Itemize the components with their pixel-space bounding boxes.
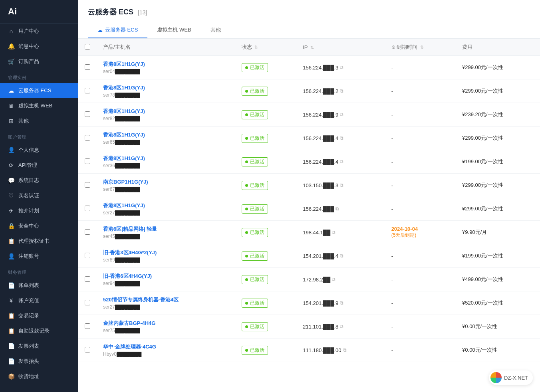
status-badge: 已激活 — [242, 181, 268, 190]
row-checkbox[interactable] — [85, 182, 90, 188]
product-name[interactable]: 旧-香港6区4H4G(YJ) — [103, 273, 229, 280]
cost-value: ¥0.00元/一次性 — [462, 347, 497, 353]
desktop-icon: 🖥 — [8, 103, 14, 109]
ip-text: 211.101.███.8 — [303, 324, 338, 330]
copy-icon[interactable]: ⧉ — [332, 277, 336, 282]
tab-ecs-label: 云服务器 ECS — [105, 26, 138, 34]
sidebar-label-refund: 自助退款记录 — [18, 327, 50, 335]
copy-icon[interactable]: ⧉ — [340, 88, 343, 94]
row-checkbox[interactable] — [85, 229, 90, 235]
sidebar-item-refund[interactable]: 📋 自助退款记录 — [0, 323, 78, 339]
ip-value: 154.201.███.4 ⧉ — [303, 253, 378, 259]
sidebar-item-web[interactable]: 🖥 虚拟主机 WEB — [0, 98, 78, 113]
row-product-cell: 香港8区1H1G(YJ) ser65████████ — [97, 127, 235, 150]
row-checkbox[interactable] — [85, 88, 90, 93]
refund-icon: 📋 — [8, 328, 14, 334]
row-checkbox[interactable] — [85, 253, 90, 258]
sidebar-item-recharge[interactable]: ¥ 账户充值 — [0, 293, 78, 308]
sidebar-item-profile[interactable]: 👤 个人信息 — [0, 143, 78, 158]
product-name[interactable]: 520情侣节专属终身机器-香港4区 — [103, 296, 229, 303]
sidebar-item-security[interactable]: 🔒 安全中心 — [0, 218, 78, 234]
row-checkbox[interactable] — [85, 158, 90, 164]
product-name[interactable]: 香港8区1H1G(YJ) — [103, 108, 229, 115]
status-badge: 已激活 — [242, 346, 268, 355]
sidebar-item-message-center[interactable]: 🔔 消息中心 — [0, 39, 78, 54]
product-id: ser36████████ — [103, 163, 229, 168]
row-cost-cell: ¥9.90元/月 — [456, 221, 540, 244]
sidebar-label-order-product: 订购产品 — [18, 58, 39, 65]
sidebar-item-delegate[interactable]: 📋 代理授权证书 — [0, 234, 78, 249]
copy-icon[interactable]: ⧉ — [340, 135, 343, 141]
sidebar-item-other[interactable]: ⊞ 其他 — [0, 113, 78, 129]
sidebar-item-syslog[interactable]: 💬 系统日志 — [0, 173, 78, 188]
sidebar-item-user-center[interactable]: ⌂ 用户中心 — [0, 24, 78, 39]
product-name[interactable]: 旧-香港3区4H4G*2(YJ) — [103, 249, 229, 256]
row-checkbox[interactable] — [85, 323, 90, 329]
product-name[interactable]: 香港8区1H1G(YJ) — [103, 155, 229, 162]
sidebar-item-invoice-header[interactable]: 📄 发票抬头 — [0, 354, 78, 369]
product-name[interactable]: 华中·金牌处理器-4C4G — [103, 343, 229, 350]
status-badge: 已激活 — [242, 110, 268, 119]
ip-text: 111.180.███.00 — [303, 347, 341, 353]
row-checkbox[interactable] — [85, 206, 90, 211]
product-name[interactable]: 金牌内蒙古BGP-4H4G — [103, 320, 229, 327]
sidebar-item-invoice-list[interactable]: 📄 发票列表 — [0, 339, 78, 354]
product-name[interactable]: 香港8区1H1G(YJ) — [103, 84, 229, 91]
row-status-cell: 已激活 — [235, 221, 297, 244]
product-id: ser65████████ — [103, 139, 229, 145]
watermark-text: DZ-X.NET — [504, 375, 528, 381]
copy-icon[interactable]: ⧉ — [336, 206, 339, 212]
product-id: ser78████████ — [103, 92, 229, 98]
header-status: 状态 ⇅ — [235, 39, 297, 56]
copy-icon[interactable]: ⧉ — [343, 347, 347, 353]
cost-value: ¥299.00元/一次性 — [462, 88, 503, 94]
tab-other[interactable]: 其他 — [201, 22, 230, 38]
table-row: 旧-香港3区4H4G*2(YJ) ser89████████ 已激活 154.2… — [78, 244, 540, 268]
sidebar-item-api[interactable]: ⟳ API管理 — [0, 158, 78, 173]
tab-ecs[interactable]: ☁ 云服务器 ECS — [88, 22, 147, 38]
row-checkbox[interactable] — [85, 135, 90, 141]
recharge-icon: ¥ — [8, 297, 14, 304]
ip-text: 156.224.███.4 — [303, 159, 338, 165]
product-name[interactable]: 香港8区1H1G(YJ) — [103, 202, 229, 209]
row-checkbox[interactable] — [85, 111, 90, 117]
row-ip-cell: 156.224.███.3 ⧉ — [296, 56, 385, 79]
copy-icon[interactable]: ⧉ — [340, 300, 343, 306]
copy-icon[interactable]: ⧉ — [340, 65, 343, 70]
status-badge: 已激活 — [242, 228, 268, 237]
deregister-icon: 👤 — [8, 253, 14, 259]
tab-web[interactable]: 虚拟主机 WEB — [147, 22, 201, 38]
row-checkbox[interactable] — [85, 64, 90, 70]
row-product-cell: 华中·金牌处理器-4C4G Hbyv0████████ — [97, 339, 235, 362]
copy-icon[interactable]: ⧉ — [340, 182, 343, 188]
copy-icon[interactable]: ⧉ — [332, 230, 336, 235]
logo-text: Ai — [8, 6, 17, 17]
sidebar-item-transactions[interactable]: 📋 交易记录 — [0, 308, 78, 323]
copy-icon[interactable]: ⧉ — [340, 253, 343, 259]
sidebar-item-promote[interactable]: ✈ 推介计划 — [0, 203, 78, 218]
row-ip-cell: 172.98.2██ ⧉ — [296, 268, 385, 291]
copy-icon[interactable]: ⧉ — [340, 112, 343, 117]
status-text: 已激活 — [250, 300, 264, 307]
row-checkbox[interactable] — [85, 276, 90, 282]
sidebar-label-other: 其他 — [18, 117, 29, 125]
product-name[interactable]: 香港6区|精品网络| 轻量 — [103, 226, 229, 233]
sidebar-item-deregister[interactable]: 👤 注销账号 — [0, 249, 78, 264]
row-check-cell — [78, 315, 97, 339]
table-header-row: 产品/主机名 状态 ⇅ IP ⇅ ⊙ 到期时间 ⇅ 费用 — [78, 39, 540, 56]
row-expire-cell: - — [385, 150, 456, 174]
row-checkbox[interactable] — [85, 300, 90, 305]
sidebar-item-ecs[interactable]: ☁ 云服务器 ECS — [0, 83, 78, 98]
product-name[interactable]: 香港8区1H1G(YJ) — [103, 61, 229, 68]
copy-icon[interactable]: ⧉ — [340, 159, 343, 164]
row-checkbox[interactable] — [85, 347, 90, 352]
sidebar-item-address[interactable]: 📦 收货地址 — [0, 369, 78, 384]
sidebar-item-bills[interactable]: 📄 账单列表 — [0, 278, 78, 293]
sidebar-item-order-product[interactable]: 🛒 订购产品 — [0, 54, 78, 69]
sidebar-item-realname[interactable]: 🛡 实名认证 — [0, 188, 78, 203]
page-title: 云服务器 ECS [13] — [88, 7, 530, 17]
product-name[interactable]: 香港8区1H1G(YJ) — [103, 131, 229, 139]
copy-icon[interactable]: ⧉ — [340, 324, 343, 329]
select-all-checkbox[interactable] — [85, 44, 90, 49]
product-name[interactable]: 南京BGP1H1G(YJ) — [103, 178, 229, 186]
